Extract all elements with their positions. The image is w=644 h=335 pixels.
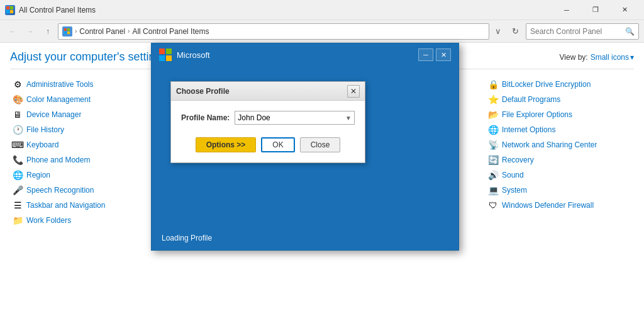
item-label: Work Folders: [26, 216, 71, 225]
choose-profile-close-button[interactable]: ✕: [347, 85, 360, 98]
item-label: Default Programs: [502, 95, 560, 104]
recovery-icon: 🔄: [488, 155, 498, 165]
list-item[interactable]: 📡Network and Sharing Center: [486, 137, 634, 152]
internet-options-icon: 🌐: [488, 125, 498, 135]
microsoft-dialog: Microsoft ─ ✕ Choose Profile ✕ Profile N…: [151, 43, 459, 251]
keyboard-icon: ⌨: [13, 140, 23, 150]
profile-name-label: Profile Name:: [181, 113, 230, 122]
firewall-icon: 🛡: [488, 200, 498, 210]
list-item[interactable]: ⌨Keyboard: [10, 137, 158, 152]
list-item[interactable]: ⭐Default Programs: [486, 92, 634, 107]
item-label: Internet Options: [502, 125, 555, 134]
col-3: 🔒BitLocker Drive Encryption ⭐Default Pro…: [486, 77, 634, 228]
search-icon: 🔍: [625, 27, 635, 36]
list-item[interactable]: 🔒BitLocker Drive Encryption: [486, 77, 634, 92]
list-item[interactable]: 🔄Recovery: [486, 152, 634, 168]
item-label: System: [502, 186, 527, 195]
speech-recognition-icon: 🎤: [13, 185, 23, 195]
list-item[interactable]: 🎤Speech Recognition: [10, 183, 158, 198]
list-item[interactable]: 🕐File History: [10, 122, 158, 137]
network-sharing-icon: 📡: [488, 140, 498, 150]
search-box[interactable]: 🔍: [526, 23, 639, 40]
item-label: BitLocker Drive Encryption: [502, 80, 591, 89]
phone-modem-icon: 📞: [13, 155, 23, 165]
list-item[interactable]: 🔊Sound: [486, 168, 634, 183]
svg-rect-0: [6, 6, 9, 9]
microsoft-dialog-titlebar: Microsoft ─ ✕: [152, 43, 458, 66]
ms-logo-green: [166, 48, 172, 54]
item-label: Color Management: [26, 95, 91, 104]
ms-logo-yellow: [166, 55, 172, 61]
file-explorer-icon: 📂: [488, 110, 498, 120]
microsoft-dialog-title-left: Microsoft: [159, 48, 210, 61]
path-part-2: All Control Panel Items: [132, 27, 209, 36]
title-bar: All Control Panel Items ─ ❐ ✕: [0, 0, 644, 20]
list-item[interactable]: 📂File Explorer Options: [486, 107, 634, 122]
loading-profile-text: Loading Profile: [162, 234, 212, 242]
taskbar-nav-icon: ☰: [13, 200, 23, 210]
view-by: View by: Small icons ▾: [560, 53, 635, 62]
item-label: Administrative Tools: [26, 80, 94, 89]
list-item[interactable]: 📞Phone and Modem: [10, 152, 158, 168]
list-item[interactable]: ☰Taskbar and Navigation: [10, 198, 158, 213]
item-label: Taskbar and Navigation: [26, 201, 105, 210]
up-button[interactable]: ↑: [40, 24, 55, 39]
list-item[interactable]: ⚙Administrative Tools: [10, 77, 158, 92]
profile-name-value: John Doe: [238, 113, 270, 122]
list-item[interactable]: 🌐Region: [10, 168, 158, 183]
device-mgr-icon: 🖥: [13, 110, 23, 120]
svg-rect-1: [10, 6, 13, 9]
item-label: Windows Defender Firewall: [502, 201, 594, 210]
refresh-button[interactable]: ↻: [507, 23, 523, 40]
list-item[interactable]: 🛡Windows Defender Firewall: [486, 198, 634, 213]
path-chevron-1: ›: [75, 28, 77, 35]
view-by-dropdown[interactable]: Small icons ▾: [591, 53, 634, 62]
window-title: All Control Panel Items: [19, 6, 96, 14]
profile-name-select[interactable]: John Doe ▼: [235, 111, 355, 125]
svg-rect-3: [10, 10, 13, 13]
close-button[interactable]: ✕: [610, 0, 639, 20]
ms-logo-blue: [159, 55, 165, 61]
microsoft-close-button[interactable]: ✕: [436, 48, 451, 61]
restore-button[interactable]: ❐: [581, 0, 610, 20]
list-item[interactable]: 📁Work Folders: [10, 213, 158, 228]
list-item[interactable]: 🌐Internet Options: [486, 122, 634, 137]
page-title: Adjust your computer's settings: [10, 50, 167, 64]
app-icon: [5, 5, 15, 15]
item-label: Device Manager: [26, 110, 81, 119]
microsoft-dialog-title-text: Microsoft: [177, 50, 210, 60]
item-label: Speech Recognition: [26, 186, 94, 195]
item-label: File History: [26, 125, 64, 134]
item-label: Network and Sharing Center: [502, 140, 597, 149]
address-bar: ← → ↑ › Control Panel › All Control Pane…: [0, 20, 644, 43]
item-label: File Explorer Options: [502, 110, 572, 119]
system-icon: 💻: [488, 185, 498, 195]
search-input[interactable]: [530, 27, 623, 36]
address-dropdown-button[interactable]: ∨: [492, 23, 504, 40]
list-item[interactable]: 🎨Color Management: [10, 92, 158, 107]
inner-dialog-buttons: Options >> OK Close: [181, 137, 355, 152]
path-part-1: Control Panel: [79, 27, 125, 36]
work-folders-icon: 📁: [13, 215, 23, 225]
color-mgmt-icon: 🎨: [13, 94, 23, 105]
back-button[interactable]: ←: [5, 24, 20, 39]
choose-profile-titlebar: Choose Profile ✕: [171, 82, 365, 101]
path-chevron-2: ›: [128, 28, 130, 35]
sound-icon: 🔊: [488, 170, 498, 180]
options-button[interactable]: Options >>: [196, 137, 257, 152]
close-dialog-button[interactable]: Close: [300, 137, 341, 152]
forward-button[interactable]: →: [23, 24, 38, 39]
list-item[interactable]: 💻System: [486, 183, 634, 198]
title-bar-controls: ─ ❐ ✕: [552, 0, 639, 20]
list-item[interactable]: 🖥Device Manager: [10, 107, 158, 122]
col-0: ⚙Administrative Tools 🎨Color Management …: [10, 77, 158, 228]
address-field[interactable]: › Control Panel › All Control Panel Item…: [58, 23, 489, 40]
item-label: Phone and Modem: [26, 156, 90, 164]
svg-rect-7: [67, 31, 70, 34]
ok-button[interactable]: OK: [261, 137, 294, 152]
view-by-value: Small icons: [591, 53, 629, 62]
choose-profile-title: Choose Profile: [176, 87, 230, 96]
view-by-label: View by:: [560, 53, 588, 62]
microsoft-minimize-button[interactable]: ─: [418, 48, 433, 61]
minimize-button[interactable]: ─: [552, 0, 581, 20]
